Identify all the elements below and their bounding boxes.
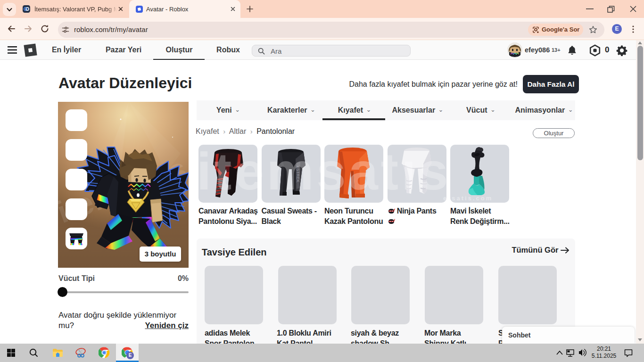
svg-text:XSTREK: XSTREK — [296, 165, 300, 182]
